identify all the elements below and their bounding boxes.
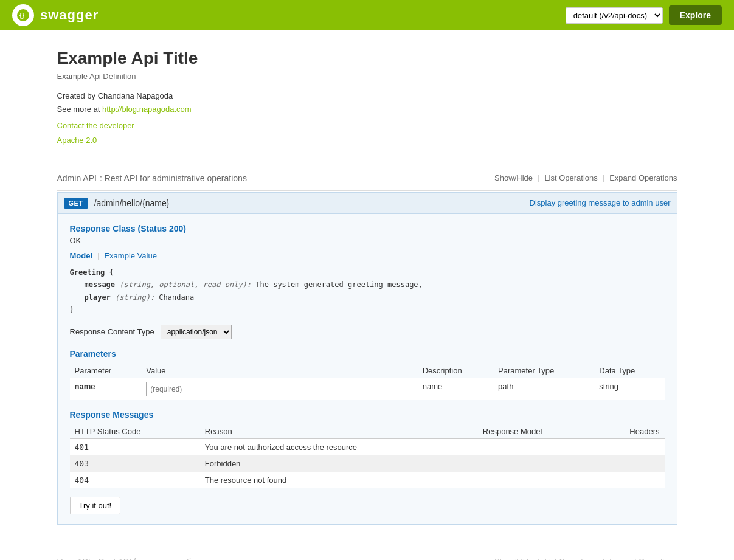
top-header: {} swagger default (/v2/api-docs) Explor… [0,0,734,30]
logo-area: {} swagger [12,4,99,26]
param-col-datatype: Data Type [594,364,664,378]
admin-expand-operations[interactable]: Expand Operations [609,173,677,182]
svg-text:{}: {} [19,12,24,19]
example-value-tab[interactable]: Example Value [104,251,156,260]
user-section-actions: Show/Hide | List Operations | Expand Ope… [494,557,677,560]
user-show-hide[interactable]: Show/Hide [494,557,533,560]
license-link[interactable]: Apache 2.0 [57,133,677,147]
param-col-parameter: Parameter [70,364,142,378]
swagger-logo-icon: {} [12,4,34,26]
parameters-title: Parameters [70,349,665,359]
table-row: 403 Forbidden [70,455,665,472]
model-class-name: Greeting { [70,266,665,278]
model-close: } [70,303,665,316]
user-expand-operations[interactable]: Expand Operations [609,557,677,560]
user-list-operations[interactable]: List Operations [544,557,597,560]
resp-col-headers: Headers [597,424,665,439]
status-code-403: 403 [70,455,200,472]
contact-link[interactable]: Contact the developer [57,119,677,133]
table-row: name name path string [70,378,665,400]
reason-401: You are not authorized access the resour… [200,438,478,455]
endpoint-container: GET /admin/hello/{name} Display greeting… [57,192,677,525]
endpoint-body: Response Class (Status 200) OK Model | E… [58,214,677,524]
content-type-select[interactable]: application/json [161,325,232,339]
api-title: Example Api Title [57,49,677,68]
api-description: Example Api Definition [57,72,677,81]
explore-button[interactable]: Explore [669,5,722,25]
admin-show-hide[interactable]: Show/Hide [494,173,533,182]
admin-section-title: Admin API : Rest API for administrative … [57,171,247,184]
api-url-select[interactable]: default (/v2/api-docs) [566,7,663,24]
param-name-input[interactable] [146,382,316,396]
model-tab[interactable]: Model [70,251,93,260]
param-datatype: string [594,378,664,400]
user-api-section: User API : Rest API for user operations … [57,549,677,560]
swagger-brand: swagger [40,7,99,23]
table-row: 401 You are not authorized access the re… [70,438,665,455]
reason-403: Forbidden [200,455,478,472]
param-col-value: Value [141,364,417,378]
resp-col-reason: Reason [200,424,478,439]
main-content: Example Api Title Example Api Definition… [45,30,690,560]
response-ok: OK [70,236,665,245]
admin-section-actions: Show/Hide | List Operations | Expand Ope… [494,173,677,182]
response-class-title: Response Class (Status 200) [70,224,665,233]
content-type-label: Response Content Type [70,327,154,336]
reason-404: The resource not found [200,472,478,488]
model-field-message: message (string, optional, read only): T… [85,278,665,291]
param-type: path [493,378,594,400]
model-block: Greeting { message (string, optional, re… [70,266,665,316]
method-badge: GET [64,198,88,209]
param-col-type: Parameter Type [493,364,594,378]
admin-list-operations[interactable]: List Operations [544,173,597,182]
parameters-table: Parameter Value Description Parameter Ty… [70,364,665,400]
endpoint-description: Display greeting message to admin user [530,198,671,207]
param-description: name [418,378,493,400]
user-section-header: User API : Rest API for user operations … [57,549,677,560]
table-row: 404 The resource not found [70,472,665,488]
param-value-cell [141,378,417,400]
header-right: default (/v2/api-docs) Explore [566,5,722,25]
admin-api-section: Admin API : Rest API for administrative … [57,165,677,525]
admin-section-header: Admin API : Rest API for administrative … [57,165,677,191]
user-section-title: User API : Rest API for user operations [57,555,205,560]
response-messages-title: Response Messages [70,410,665,420]
model-field-player: player (string): Chandana [85,291,665,303]
status-code-401: 401 [70,438,200,455]
resp-col-model: Response Model [478,424,597,439]
param-col-description: Description [418,364,493,378]
content-type-row: Response Content Type application/json [70,325,665,339]
model-tabs: Model | Example Value [70,251,665,260]
endpoint-bar: GET /admin/hello/{name} Display greeting… [58,193,677,214]
api-created-by: Created by Chandana Napagoda See more at… [57,89,677,116]
blog-link[interactable]: http://blog.napagoda.com [102,105,192,114]
status-code-404: 404 [70,472,200,488]
try-it-out-button[interactable]: Try it out! [70,497,121,514]
param-name: name [70,378,142,400]
endpoint-path: /admin/hello/{name} [94,198,170,208]
resp-col-code: HTTP Status Code [70,424,200,439]
response-messages-table: HTTP Status Code Reason Response Model H… [70,424,665,488]
